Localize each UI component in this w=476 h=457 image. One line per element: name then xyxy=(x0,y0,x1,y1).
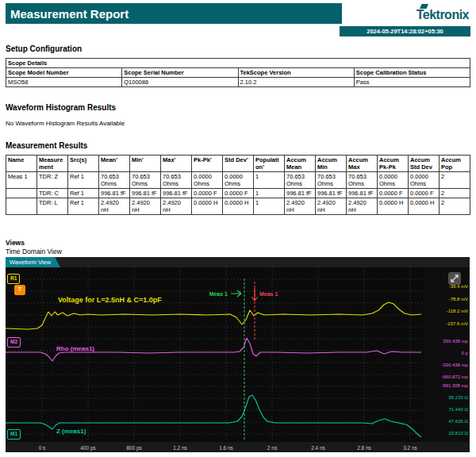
meas-cell: 1 xyxy=(254,198,285,215)
meas-cell: 2.4920 nH xyxy=(285,198,316,215)
y-axis-label: 71.440 Ω xyxy=(448,407,468,412)
histogram-message: No Waveform Histogram Results Available xyxy=(6,120,470,127)
y-axis-label: 23.813 Ω xyxy=(448,431,468,436)
meas-row: TDR: CRef 1996.81 fF996.81 fF996.81 fF0.… xyxy=(6,189,470,198)
meas-cell: 0.0000 Ohms xyxy=(223,172,254,189)
meas-col-header: Accum Pop xyxy=(440,156,470,172)
waveform-view-tab[interactable]: Waveform View xyxy=(6,257,60,267)
waveform-histogram-heading: Waveform Histogram Results xyxy=(6,103,470,112)
x-axis-label: 800 ps xyxy=(126,445,142,451)
x-axis-label: 0 s xyxy=(39,445,46,451)
measurement-header-row: NameMeasurementSrc(s)Mean'Min'Max'Pk-Pk'… xyxy=(6,156,470,172)
meas-col-header: Std Dev' xyxy=(223,156,254,172)
trigger-badge[interactable]: T xyxy=(14,285,25,295)
meas-cell: 996.81 fF xyxy=(130,189,161,198)
meas-cell: 2.4920 nH xyxy=(130,198,161,215)
meas-cell: 996.81 fF xyxy=(316,189,347,198)
meas-cell: 70.653 Ohms xyxy=(99,172,130,189)
meas-cell: 2.4920 nH xyxy=(99,198,130,215)
scope-details-value-row: MSO58Q1000862.10.2Pass xyxy=(6,78,470,87)
badge-r1[interactable]: R1 xyxy=(7,274,20,284)
meas-cell: 1 xyxy=(254,172,285,189)
y-axis-label: 47.626 Ω xyxy=(448,419,468,424)
meas-cell: 70.653 Ohms xyxy=(285,172,316,189)
meas-col-header: Min' xyxy=(130,156,161,172)
meas-cell: 996.81 fF xyxy=(99,189,130,198)
meas-col-header: Measurement xyxy=(37,156,68,172)
meas-cell: 2.4920 nH xyxy=(347,198,378,215)
scope-value: 2.10.2 xyxy=(238,78,354,87)
measurement-results-table: NameMeasurementSrc(s)Mean'Min'Max'Pk-Pk'… xyxy=(6,155,470,215)
waveform-top-bar xyxy=(6,257,470,267)
meas-cell: Ref 1 xyxy=(68,172,99,189)
meas-cell: 0.0000 F xyxy=(223,189,254,198)
expand-arrow-icon xyxy=(451,275,459,282)
scope-col-header: Scope Calibration Status xyxy=(354,68,470,78)
expand-icon[interactable] xyxy=(448,272,461,285)
meas-cell: TDR: Z xyxy=(37,172,68,189)
meas-col-header: Accum Std Dev xyxy=(409,156,440,172)
x-axis-label: 1.2 ns xyxy=(173,445,187,451)
x-axis-label: 400 ps xyxy=(80,445,96,451)
meas-cell: TDR: C xyxy=(37,189,68,198)
meas-cell: 996.81 fF xyxy=(161,189,192,198)
scope-value: MSO58 xyxy=(6,78,122,87)
meas-col-header: Accum Pk-Pk xyxy=(378,156,409,172)
scope-details-title-row: Scope Details xyxy=(6,59,470,68)
meas-cell xyxy=(6,189,37,198)
x-axis-label: 2.4 ns xyxy=(311,445,325,451)
y-axis-label: 330.438 mρ xyxy=(443,339,468,344)
meas-cell: 2 xyxy=(440,172,470,189)
scope-details-table: Scope Details Scope Model NumberScope Se… xyxy=(6,58,470,87)
report-datetime: 2024-05-29T14:28:02+05:30 xyxy=(340,26,470,36)
meas-row: Meas 1TDR: ZRef 170.653 Ohms70.653 Ohms7… xyxy=(6,172,470,189)
meas-cell: 2.4920 nH xyxy=(161,198,192,215)
badge-m2[interactable]: M2 xyxy=(7,337,21,348)
meas-cell: 70.653 Ohms xyxy=(130,172,161,189)
measurement-results-heading: Measurement Results xyxy=(6,141,470,150)
meas-col-header: Pk-Pk' xyxy=(192,156,223,172)
meas-cell: 996.81 fF xyxy=(285,189,316,198)
meas-cell: 70.653 Ohms xyxy=(161,172,192,189)
meas-col-header: Name xyxy=(6,156,37,172)
meas-cell: 996.81 fF xyxy=(347,189,378,198)
tektronix-wordmark: Tektronix xyxy=(416,8,469,21)
meas-cell: 0.0000 F xyxy=(409,189,440,198)
tektronix-logo: Tektronix xyxy=(342,3,470,24)
time-axis-strip xyxy=(6,442,470,452)
scope-details-title: Scope Details xyxy=(6,59,470,68)
meas-col-header: Population' xyxy=(254,156,285,172)
scope-col-header: TekScope Version xyxy=(238,68,354,78)
badge-m1[interactable]: M1 xyxy=(7,429,21,440)
meas-cell: Meas 1 xyxy=(6,172,37,189)
time-domain-view-heading: Time Domain View xyxy=(6,248,470,255)
views-heading: Views xyxy=(6,239,470,247)
y-axis-label: -78.8 mV xyxy=(449,297,468,301)
date-row: 2024-05-29T14:28:02+05:30 xyxy=(6,26,470,36)
meas-cell: 0.0000 H xyxy=(409,198,440,215)
meas-cell: 2 xyxy=(440,189,470,198)
scope-value: Q100086 xyxy=(122,78,238,87)
page-title: Measurement Report xyxy=(6,3,342,24)
y-axis-label: -330.438 mρ xyxy=(441,363,468,367)
meas-row: TDR: LRef 12.4920 nH2.4920 nH2.4920 nH0.… xyxy=(6,198,470,215)
z-annotation: Z (meas1) xyxy=(56,428,86,435)
x-axis-label: 2.8 ns xyxy=(357,445,371,451)
x-axis-label: 1.6 ns xyxy=(219,445,233,451)
meas-col-header: Accum Min xyxy=(316,156,347,172)
meas-col-header: Accum Max xyxy=(347,156,378,172)
meas-cell: 70.653 Ohms xyxy=(347,172,378,189)
y-axis-label: -157.6 mV xyxy=(446,321,468,326)
y-axis-label: 95.233 Ω xyxy=(448,395,468,400)
meas-col-header: Accum Mean xyxy=(285,156,316,172)
scope-details-header-row: Scope Model NumberScope Serial NumberTek… xyxy=(6,68,470,78)
x-axis-label: 3.2 ns xyxy=(403,445,417,451)
report-header: Measurement Report Tektronix xyxy=(6,3,470,24)
meas-cell: 0.0000 F xyxy=(192,189,223,198)
waveform-plot: Meas 1Meas 1Voltage for L=2.5nH & C=1.0p… xyxy=(6,267,470,452)
meas-cell: Ref 1 xyxy=(68,198,99,215)
meas-cell: 1 xyxy=(254,189,285,198)
meas-cell: 0.0000 H xyxy=(223,198,254,215)
meas-cell: 70.653 Ohms xyxy=(316,172,347,189)
meas-cell: Ref 1 xyxy=(68,189,99,198)
